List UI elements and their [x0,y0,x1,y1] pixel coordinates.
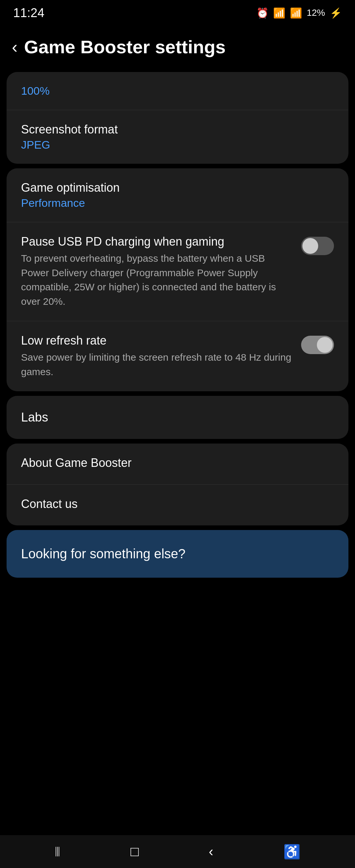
back-button[interactable]: ‹ [12,38,18,56]
screenshot-format-item[interactable]: Screenshot format JPEG [7,110,348,164]
screenshot-quality-value: 100% [21,85,50,97]
low-refresh-item: Low refresh rate Save power by limiting … [7,321,348,391]
contact-us-item[interactable]: Contact us [7,484,348,525]
game-optimisation-label: Game optimisation [21,181,334,195]
low-refresh-sublabel: Save power by limiting the screen refres… [21,350,294,379]
pause-usb-toggle[interactable] [301,237,334,255]
looking-card[interactable]: Looking for something else? [7,530,348,578]
game-optimisation-item[interactable]: Game optimisation Performance [7,168,348,222]
nav-bar: ⦀ □ ‹ ♿ [0,835,355,868]
charging-icon: ⚡ [330,7,342,19]
contact-us-label: Contact us [21,497,334,511]
wifi-icon: 📶 [273,7,285,19]
game-optimisation-value: Performance [21,197,334,210]
about-game-booster-item[interactable]: About Game Booster [7,443,348,484]
about-game-booster-label: About Game Booster [21,456,334,470]
status-bar: 11:24 ⏰ 📶 📶 12% ⚡ [0,0,355,23]
accessibility-button[interactable]: ♿ [283,844,300,860]
screenshot-quality-item[interactable]: 100% [7,72,348,110]
screenshot-format-value: JPEG [21,138,334,151]
pause-usb-sublabel: To prevent overheating, bypass the batte… [21,251,294,308]
page-title: Game Booster settings [24,36,225,58]
labs-label: Labs [21,410,48,424]
toggle-knob-2 [317,337,333,353]
looking-label: Looking for something else? [21,547,185,561]
labs-card[interactable]: Labs [7,396,348,439]
status-time: 11:24 [13,6,44,20]
screenshot-card: 100% Screenshot format JPEG [7,72,348,164]
signal-icon: 📶 [290,7,302,19]
pause-usb-label: Pause USB PD charging when gaming [21,235,294,249]
status-icons: ⏰ 📶 📶 12% ⚡ [256,7,342,19]
toggle-knob [302,238,318,254]
page-header: ‹ Game Booster settings [0,23,355,67]
home-button[interactable]: □ [130,844,139,860]
battery-indicator: 12% [307,7,325,18]
low-refresh-toggle[interactable] [301,336,334,354]
recent-apps-button[interactable]: ⦀ [55,844,61,860]
screenshot-format-label: Screenshot format [21,123,334,136]
pause-usb-text: Pause USB PD charging when gaming To pre… [21,235,294,308]
back-nav-button[interactable]: ‹ [209,844,213,860]
low-refresh-label: Low refresh rate [21,334,294,347]
alarm-icon: ⏰ [256,7,268,19]
low-refresh-text: Low refresh rate Save power by limiting … [21,334,294,379]
pause-usb-item: Pause USB PD charging when gaming To pre… [7,222,348,321]
game-optimisation-card: Game optimisation Performance Pause USB … [7,168,348,391]
about-card: About Game Booster Contact us [7,443,348,525]
